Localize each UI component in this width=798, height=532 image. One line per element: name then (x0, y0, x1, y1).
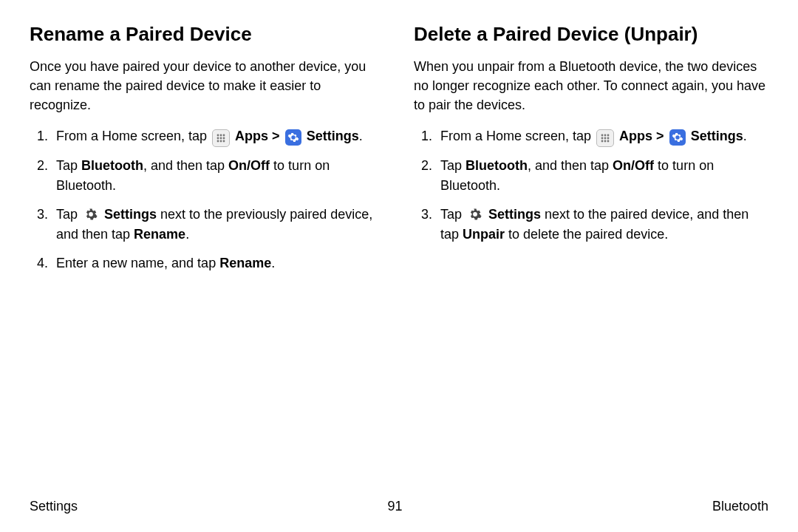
svg-point-6 (217, 140, 219, 142)
svg-point-14 (607, 137, 610, 139)
intro-unpair: When you unpair from a Bluetooth device,… (414, 57, 768, 115)
svg-point-15 (601, 140, 604, 142)
svg-point-9 (601, 134, 604, 136)
svg-point-16 (604, 140, 607, 142)
step-2: Tap Bluetooth, and then tap On/Off to tu… (52, 156, 384, 196)
bold: On/Off (613, 158, 654, 173)
apps-label: Apps (619, 129, 652, 143)
text: , and then tap (143, 158, 228, 173)
text: Tap (56, 158, 81, 173)
settings-icon (669, 129, 686, 146)
footer-right: Bluetooth (712, 499, 768, 514)
footer-left: Settings (30, 499, 78, 514)
apps-label: Apps (235, 129, 268, 143)
text: to delete the paired device. (505, 227, 668, 242)
steps-unpair: From a Home screen, tap Apps > Settings.… (414, 126, 768, 245)
svg-point-8 (223, 140, 225, 142)
svg-point-7 (220, 140, 222, 142)
apps-icon (212, 129, 230, 147)
left-column: Rename a Paired Device Once you have pai… (30, 22, 384, 282)
text: From a Home screen, tap (440, 129, 595, 143)
bold: Settings (104, 207, 157, 222)
svg-point-1 (220, 134, 222, 136)
heading-unpair: Delete a Paired Device (Unpair) (414, 22, 768, 47)
svg-point-2 (223, 134, 225, 136)
breadcrumb-sep: > (272, 129, 284, 143)
heading-rename: Rename a Paired Device (30, 22, 384, 47)
step-3: Tap Settings next to the previously pair… (52, 205, 384, 245)
manual-page: Rename a Paired Device Once you have pai… (0, 0, 798, 532)
svg-point-10 (604, 134, 607, 136)
footer-center: 91 (387, 499, 402, 514)
text: From a Home screen, tap (56, 129, 211, 143)
bold: Bluetooth (466, 158, 528, 173)
bold: Rename (219, 256, 271, 270)
bold: On/Off (228, 158, 270, 173)
svg-point-13 (604, 137, 607, 139)
text: . (743, 129, 747, 143)
svg-point-17 (607, 140, 610, 142)
bold: Rename (134, 227, 185, 242)
text: Enter a new name, and tap (56, 256, 219, 270)
steps-rename: From a Home screen, tap Apps > Settings.… (30, 126, 384, 273)
apps-icon (596, 129, 614, 147)
text: Tap (56, 207, 81, 222)
settings-label: Settings (307, 129, 359, 143)
svg-point-0 (217, 134, 219, 136)
svg-point-11 (607, 134, 610, 136)
step-3: Tap Settings next to the paired device, … (436, 205, 768, 245)
page-footer: Settings 91 Bluetooth (30, 499, 768, 514)
svg-point-5 (223, 137, 225, 139)
step-2: Tap Bluetooth, and then tap On/Off to tu… (436, 156, 768, 196)
gear-icon (467, 206, 483, 222)
bold: Bluetooth (81, 158, 143, 173)
svg-point-3 (217, 137, 219, 139)
breadcrumb-sep: > (656, 129, 668, 143)
text: . (271, 256, 275, 270)
right-column: Delete a Paired Device (Unpair) When you… (414, 22, 768, 282)
two-column-layout: Rename a Paired Device Once you have pai… (30, 22, 768, 282)
intro-rename: Once you have paired your device to anot… (30, 57, 384, 115)
step-1: From a Home screen, tap Apps > Settings. (436, 126, 768, 147)
settings-icon (285, 129, 301, 146)
settings-label: Settings (691, 129, 743, 143)
text: . (185, 227, 189, 242)
bold: Unpair (463, 227, 505, 242)
bold: Settings (488, 207, 541, 222)
svg-point-12 (601, 137, 604, 139)
gear-icon (83, 206, 99, 222)
text: , and then tap (528, 158, 613, 173)
step-4: Enter a new name, and tap Rename. (52, 253, 384, 273)
text: Tap (440, 207, 466, 222)
text: . (359, 129, 363, 143)
step-1: From a Home screen, tap Apps > Settings. (52, 126, 384, 147)
text: Tap (440, 158, 466, 173)
svg-point-4 (220, 137, 222, 139)
